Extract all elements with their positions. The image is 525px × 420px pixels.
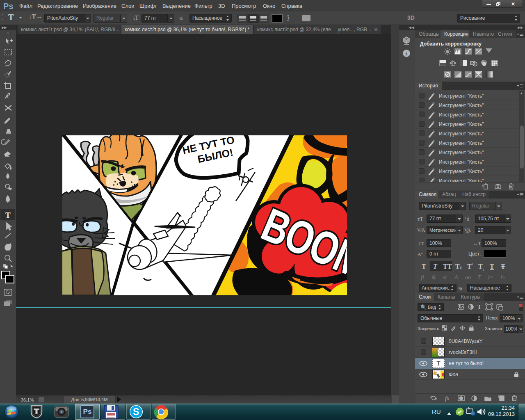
svg-text:st: st	[443, 274, 447, 281]
svg-text:Aª: Aª	[418, 251, 423, 257]
svg-text:Ŧ: Ŧ	[501, 263, 505, 270]
svg-text:T: T	[433, 263, 438, 270]
svg-text:T: T	[5, 211, 11, 219]
svg-text:&: &	[431, 274, 436, 281]
svg-text:Tт: Tт	[455, 263, 462, 270]
svg-text:aa: aa	[465, 274, 471, 281]
svg-text:A: A	[454, 274, 458, 281]
svg-text:тT: тT	[418, 216, 423, 222]
svg-text:TT: TT	[443, 263, 452, 270]
svg-text:ᵃa: ᵃa	[459, 285, 462, 291]
svg-text:fi: fi	[421, 274, 424, 281]
svg-text:V⁄A: V⁄A	[417, 227, 425, 233]
svg-text:↕T: ↕T	[418, 240, 424, 247]
svg-text:i: i	[406, 50, 407, 57]
svg-text:T: T	[422, 263, 426, 270]
svg-text:T: T	[490, 263, 494, 270]
svg-text:½: ½	[500, 274, 505, 281]
svg-text:S: S	[133, 406, 139, 417]
svg-text:1st: 1st	[487, 274, 493, 281]
svg-text:T¹: T¹	[467, 262, 473, 270]
svg-text:T: T	[477, 274, 481, 281]
svg-text:fx: fx	[445, 395, 450, 402]
svg-text:T: T	[477, 304, 482, 310]
svg-text:V͟A: V͟A	[464, 227, 471, 233]
svg-text:T₁: T₁	[478, 263, 484, 271]
svg-text:¹A̲: ¹A̲	[465, 216, 470, 221]
svg-text:↔T: ↔T	[472, 240, 481, 247]
